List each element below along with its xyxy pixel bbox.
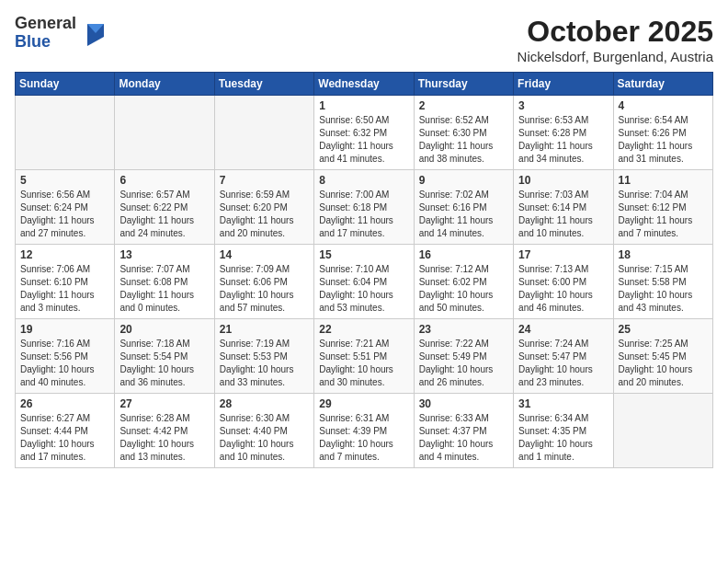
day-info: Sunrise: 7:04 AM Sunset: 6:12 PM Dayligh… (619, 189, 708, 240)
day-info: Sunrise: 6:30 AM Sunset: 4:40 PM Dayligh… (220, 412, 309, 464)
day-number: 29 (319, 397, 408, 410)
day-number: 23 (419, 323, 508, 336)
logo: General Blue (15, 15, 104, 52)
calendar-cell (613, 394, 712, 468)
calendar-cell: 31Sunrise: 6:34 AM Sunset: 4:35 PM Dayli… (514, 394, 613, 468)
calendar-cell: 25Sunrise: 7:25 AM Sunset: 5:45 PM Dayli… (613, 319, 712, 394)
day-number: 9 (419, 174, 508, 187)
calendar-cell: 15Sunrise: 7:10 AM Sunset: 6:04 PM Dayli… (314, 245, 414, 319)
day-number: 31 (518, 397, 608, 410)
day-info: Sunrise: 7:07 AM Sunset: 6:08 PM Dayligh… (119, 263, 209, 315)
day-info: Sunrise: 6:52 AM Sunset: 6:30 PM Dayligh… (419, 114, 508, 166)
day-number: 1 (319, 99, 408, 112)
calendar-cell (214, 96, 313, 170)
day-info: Sunrise: 7:15 AM Sunset: 5:58 PM Dayligh… (619, 263, 708, 315)
month-title: October 2025 (518, 15, 713, 49)
calendar-cell: 28Sunrise: 6:30 AM Sunset: 4:40 PM Dayli… (214, 394, 313, 468)
day-number: 24 (518, 323, 608, 336)
calendar-cell: 22Sunrise: 7:21 AM Sunset: 5:51 PM Dayli… (314, 319, 414, 394)
day-number: 14 (220, 248, 309, 261)
day-info: Sunrise: 6:54 AM Sunset: 6:26 PM Dayligh… (619, 114, 708, 166)
day-info: Sunrise: 7:03 AM Sunset: 6:14 PM Dayligh… (518, 189, 608, 240)
day-number: 19 (20, 323, 109, 336)
calendar-cell: 19Sunrise: 7:16 AM Sunset: 5:56 PM Dayli… (16, 319, 115, 394)
calendar-cell: 9Sunrise: 7:02 AM Sunset: 6:16 PM Daylig… (414, 170, 513, 245)
day-number: 25 (619, 323, 708, 336)
day-number: 13 (119, 248, 209, 261)
week-row-3: 12Sunrise: 7:06 AM Sunset: 6:10 PM Dayli… (16, 245, 713, 319)
calendar-cell: 2Sunrise: 6:52 AM Sunset: 6:30 PM Daylig… (414, 96, 513, 170)
calendar-cell: 17Sunrise: 7:13 AM Sunset: 6:00 PM Dayli… (514, 245, 613, 319)
weekday-header-monday: Monday (115, 73, 214, 96)
weekday-header-friday: Friday (514, 73, 613, 96)
day-number: 21 (220, 323, 309, 336)
day-info: Sunrise: 7:24 AM Sunset: 5:47 PM Dayligh… (518, 338, 608, 389)
day-number: 30 (419, 397, 508, 410)
day-info: Sunrise: 7:12 AM Sunset: 6:02 PM Dayligh… (419, 263, 508, 315)
day-number: 8 (319, 174, 408, 187)
calendar-cell: 27Sunrise: 6:28 AM Sunset: 4:42 PM Dayli… (115, 394, 214, 468)
day-number: 12 (20, 248, 109, 261)
day-number: 11 (619, 174, 708, 187)
calendar-table: SundayMondayTuesdayWednesdayThursdayFrid… (15, 72, 713, 468)
day-number: 16 (419, 248, 508, 261)
day-info: Sunrise: 6:28 AM Sunset: 4:42 PM Dayligh… (119, 412, 209, 464)
day-number: 3 (518, 99, 608, 112)
day-info: Sunrise: 7:21 AM Sunset: 5:51 PM Dayligh… (319, 338, 408, 389)
day-info: Sunrise: 6:50 AM Sunset: 6:32 PM Dayligh… (319, 114, 408, 166)
day-info: Sunrise: 6:57 AM Sunset: 6:22 PM Dayligh… (119, 189, 209, 240)
calendar-cell: 24Sunrise: 7:24 AM Sunset: 5:47 PM Dayli… (514, 319, 613, 394)
day-number: 27 (119, 397, 209, 410)
day-info: Sunrise: 6:56 AM Sunset: 6:24 PM Dayligh… (20, 189, 109, 240)
day-number: 4 (619, 99, 708, 112)
day-info: Sunrise: 7:09 AM Sunset: 6:06 PM Dayligh… (220, 263, 309, 315)
day-number: 26 (20, 397, 109, 410)
calendar-cell: 11Sunrise: 7:04 AM Sunset: 6:12 PM Dayli… (613, 170, 712, 245)
weekday-header-saturday: Saturday (613, 73, 712, 96)
day-number: 28 (220, 397, 309, 410)
calendar-cell: 13Sunrise: 7:07 AM Sunset: 6:08 PM Dayli… (115, 245, 214, 319)
week-row-4: 19Sunrise: 7:16 AM Sunset: 5:56 PM Dayli… (16, 319, 713, 394)
logo-blue-text: Blue (15, 32, 51, 51)
day-number: 6 (119, 174, 209, 187)
day-info: Sunrise: 7:22 AM Sunset: 5:49 PM Dayligh… (419, 338, 508, 389)
day-info: Sunrise: 6:53 AM Sunset: 6:28 PM Dayligh… (518, 114, 608, 166)
week-row-5: 26Sunrise: 6:27 AM Sunset: 4:44 PM Dayli… (16, 394, 713, 468)
day-info: Sunrise: 6:33 AM Sunset: 4:37 PM Dayligh… (419, 412, 508, 464)
day-number: 22 (319, 323, 408, 336)
week-row-1: 1Sunrise: 6:50 AM Sunset: 6:32 PM Daylig… (16, 96, 713, 170)
calendar-cell: 3Sunrise: 6:53 AM Sunset: 6:28 PM Daylig… (514, 96, 613, 170)
calendar-cell: 21Sunrise: 7:19 AM Sunset: 5:53 PM Dayli… (214, 319, 313, 394)
calendar-cell: 12Sunrise: 7:06 AM Sunset: 6:10 PM Dayli… (16, 245, 115, 319)
day-number: 7 (220, 174, 309, 187)
weekday-header-tuesday: Tuesday (214, 73, 313, 96)
day-number: 2 (419, 99, 508, 112)
calendar-cell: 20Sunrise: 7:18 AM Sunset: 5:54 PM Dayli… (115, 319, 214, 394)
calendar-cell: 29Sunrise: 6:31 AM Sunset: 4:39 PM Dayli… (314, 394, 414, 468)
weekday-header-row: SundayMondayTuesdayWednesdayThursdayFrid… (16, 73, 713, 96)
day-info: Sunrise: 6:31 AM Sunset: 4:39 PM Dayligh… (319, 412, 408, 464)
day-info: Sunrise: 7:06 AM Sunset: 6:10 PM Dayligh… (20, 263, 109, 315)
day-info: Sunrise: 7:13 AM Sunset: 6:00 PM Dayligh… (518, 263, 608, 315)
calendar-cell: 6Sunrise: 6:57 AM Sunset: 6:22 PM Daylig… (115, 170, 214, 245)
day-info: Sunrise: 6:59 AM Sunset: 6:20 PM Dayligh… (220, 189, 309, 240)
day-number: 20 (119, 323, 209, 336)
calendar-cell: 16Sunrise: 7:12 AM Sunset: 6:02 PM Dayli… (414, 245, 513, 319)
day-number: 15 (319, 248, 408, 261)
day-info: Sunrise: 7:19 AM Sunset: 5:53 PM Dayligh… (220, 338, 309, 389)
day-info: Sunrise: 7:16 AM Sunset: 5:56 PM Dayligh… (20, 338, 109, 389)
day-info: Sunrise: 7:02 AM Sunset: 6:16 PM Dayligh… (419, 189, 508, 240)
weekday-header-wednesday: Wednesday (314, 73, 414, 96)
page-header: General Blue October 2025 Nickelsdorf, B… (15, 15, 713, 64)
calendar-cell: 23Sunrise: 7:22 AM Sunset: 5:49 PM Dayli… (414, 319, 513, 394)
calendar-cell: 30Sunrise: 6:33 AM Sunset: 4:37 PM Dayli… (414, 394, 513, 468)
calendar-cell: 8Sunrise: 7:00 AM Sunset: 6:18 PM Daylig… (314, 170, 414, 245)
calendar-cell: 1Sunrise: 6:50 AM Sunset: 6:32 PM Daylig… (314, 96, 414, 170)
calendar-cell: 18Sunrise: 7:15 AM Sunset: 5:58 PM Dayli… (613, 245, 712, 319)
calendar-cell (115, 96, 214, 170)
logo-general-text: General (15, 14, 76, 32)
title-block: October 2025 Nickelsdorf, Burgenland, Au… (518, 15, 713, 64)
calendar-cell: 4Sunrise: 6:54 AM Sunset: 6:26 PM Daylig… (613, 96, 712, 170)
location-text: Nickelsdorf, Burgenland, Austria (518, 49, 713, 64)
week-row-2: 5Sunrise: 6:56 AM Sunset: 6:24 PM Daylig… (16, 170, 713, 245)
